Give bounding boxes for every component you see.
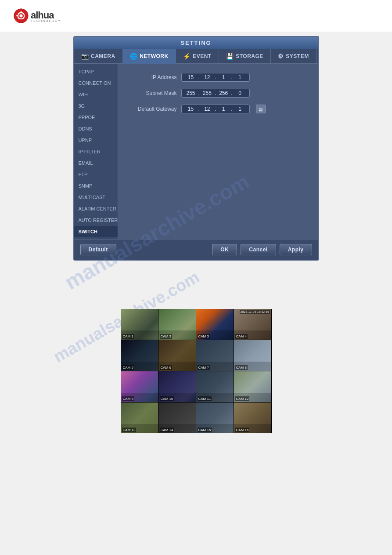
- brand-name: alhua: [31, 10, 54, 21]
- cam-label-3: CAM 3: [198, 334, 210, 339]
- sidebar-item-alarmcenter[interactable]: ALARM CENTER: [74, 203, 118, 214]
- cam-label-11: CAM 11: [198, 396, 212, 401]
- subnet-seg-3[interactable]: [217, 90, 230, 96]
- cancel-button[interactable]: Cancel: [241, 244, 276, 255]
- sidebar-item-multicast[interactable]: MULTICAST: [74, 192, 118, 203]
- sidebar-item-ddns[interactable]: DDNS: [74, 123, 118, 134]
- subnet-mask-input[interactable]: . . .: [181, 89, 250, 98]
- button-bar: Default OK Cancel Apply: [74, 239, 318, 260]
- sidebar-item-pppoe[interactable]: PPPOE: [74, 112, 118, 123]
- tab-system-label: SYSTEM: [286, 53, 309, 59]
- camera-cell-7[interactable]: CAM 7: [196, 340, 234, 371]
- camera-cell-5[interactable]: CAM 5: [121, 340, 158, 371]
- default-button[interactable]: Default: [80, 244, 116, 255]
- cam-label-2: CAM 2: [160, 334, 172, 339]
- cam-label-16: CAM 16: [235, 428, 250, 432]
- main-panel: IP Address . . . Subnet Mask: [118, 64, 318, 239]
- tab-camera[interactable]: 📷 CAMERA: [74, 49, 123, 63]
- ip-seg-2[interactable]: [201, 74, 214, 80]
- camera-cell-10[interactable]: CAM 10: [158, 371, 196, 402]
- camera-cell-6[interactable]: CAM 6: [158, 340, 196, 371]
- cam-label-12: CAM 12: [235, 396, 250, 401]
- cam-label-15: CAM 15: [198, 428, 212, 432]
- apply-button[interactable]: Apply: [280, 244, 312, 255]
- ip-address-label: IP Address: [129, 74, 177, 80]
- gw-seg-3[interactable]: [217, 106, 230, 112]
- subnet-seg-1[interactable]: [184, 90, 198, 96]
- camera-cell-8[interactable]: CAM 8: [234, 340, 271, 371]
- default-gateway-label: Default Gateway: [129, 106, 177, 112]
- camera-cell-16[interactable]: CAM 16: [234, 403, 271, 433]
- cam-label-4: CAM 4: [235, 334, 248, 339]
- ip-seg-1[interactable]: [184, 74, 198, 80]
- gateway-more-button[interactable]: ▤: [256, 105, 266, 113]
- subnet-seg-4[interactable]: [234, 90, 247, 96]
- cam-label-1: CAM 1: [122, 334, 134, 339]
- camera-cell-11[interactable]: CAM 11: [196, 371, 234, 402]
- gw-seg-2[interactable]: [201, 106, 214, 112]
- sidebar-item-tcpip[interactable]: TCP/IP: [74, 66, 118, 77]
- setting-dialog: SETTING 📷 CAMERA 🌐 NETWORK ⚡ EVENT 💾 STO…: [73, 36, 319, 261]
- camera-tab-icon: 📷: [81, 53, 89, 60]
- sidebar-item-autoregister[interactable]: AUTO REGISTER: [74, 214, 118, 226]
- logo-area: alhua TECHNOLOGY: [0, 0, 392, 32]
- tab-event-label: EVENT: [193, 53, 212, 59]
- cam-label-6: CAM 6: [160, 365, 172, 370]
- tab-bar: 📷 CAMERA 🌐 NETWORK ⚡ EVENT 💾 STORAGE ⚙ S…: [74, 49, 318, 64]
- cam-label-7: CAM 7: [198, 365, 210, 370]
- camera-cell-9[interactable]: CAM 9: [121, 371, 158, 402]
- ip-address-input[interactable]: . . .: [181, 73, 250, 82]
- gw-seg-4[interactable]: [234, 106, 247, 112]
- gateway-input[interactable]: . . .: [181, 105, 250, 113]
- tab-system[interactable]: ⚙ SYSTEM: [271, 49, 316, 63]
- tab-storage-label: STORAGE: [236, 53, 263, 59]
- logo-text-group: alhua TECHNOLOGY: [31, 10, 61, 22]
- subnet-mask-label: Subnet Mask: [129, 90, 177, 96]
- tab-network[interactable]: 🌐 NETWORK: [123, 49, 176, 64]
- cam-label-8: CAM 8: [235, 365, 248, 370]
- sidebar-item-upnp[interactable]: UPNP: [74, 134, 118, 146]
- camera-cell-3[interactable]: CAM 3: [196, 309, 234, 340]
- sidebar-item-snmp[interactable]: SNMP: [74, 180, 118, 192]
- sidebar-item-switch[interactable]: SWITCH: [74, 226, 118, 237]
- camera-cell-13[interactable]: CAM 13: [121, 403, 158, 433]
- cam-timestamp-4: 2023-11-05 18:42:34: [240, 310, 270, 314]
- cam-label-9: CAM 9: [122, 396, 134, 401]
- tab-camera-label: CAMERA: [91, 53, 115, 59]
- sidebar-item-3g[interactable]: 3G: [74, 100, 118, 112]
- dialog-title: SETTING: [74, 37, 318, 49]
- system-tab-icon: ⚙: [278, 53, 284, 60]
- brand-sub: TECHNOLOGY: [31, 19, 61, 22]
- action-buttons: OK Cancel Apply: [212, 244, 312, 255]
- subnet-mask-row: Subnet Mask . . .: [129, 89, 308, 98]
- default-gateway-row: Default Gateway . . . ▤: [129, 105, 308, 113]
- sidebar-item-connection[interactable]: CONNECTION: [74, 77, 118, 89]
- dialog-body: TCP/IP CONNECTION WIFI 3G PPPOE DDNS UPN…: [74, 64, 318, 239]
- ip-seg-3[interactable]: [217, 74, 230, 80]
- sidebar: TCP/IP CONNECTION WIFI 3G PPPOE DDNS UPN…: [74, 64, 118, 239]
- storage-tab-icon: 💾: [226, 53, 234, 60]
- ok-button[interactable]: OK: [212, 244, 237, 255]
- tab-storage[interactable]: 💾 STORAGE: [219, 49, 271, 63]
- subnet-seg-2[interactable]: [201, 90, 214, 96]
- network-tab-icon: 🌐: [130, 53, 138, 60]
- cam-label-14: CAM 14: [160, 428, 174, 432]
- sidebar-item-email[interactable]: EMAIL: [74, 157, 118, 169]
- gw-seg-1[interactable]: [184, 106, 198, 112]
- event-tab-icon: ⚡: [183, 53, 191, 60]
- ip-seg-4[interactable]: [234, 74, 247, 80]
- sidebar-item-ipfilter[interactable]: IP FILTER: [74, 146, 118, 157]
- camera-cell-4[interactable]: 2023-11-05 18:42:34 CAM 4: [234, 309, 271, 340]
- tab-event[interactable]: ⚡ EVENT: [176, 49, 219, 63]
- camera-cell-12[interactable]: CAM 12: [234, 371, 271, 402]
- tab-network-label: NETWORK: [140, 53, 169, 59]
- sidebar-item-ftp[interactable]: FTP: [74, 169, 118, 180]
- camera-cell-1[interactable]: CAM 1: [121, 309, 158, 340]
- camera-cell-2[interactable]: CAM 2: [158, 309, 196, 340]
- logo-container: alhua TECHNOLOGY: [13, 8, 379, 24]
- camera-cell-15[interactable]: CAM 15: [196, 403, 234, 433]
- camera-grid: CAM 1 CAM 2 CAM 3 2023-11-05 18:42:34 CA…: [121, 309, 272, 433]
- camera-cell-14[interactable]: CAM 14: [158, 403, 196, 433]
- cam-label-5: CAM 5: [122, 365, 134, 370]
- sidebar-item-wifi[interactable]: WIFI: [74, 89, 118, 100]
